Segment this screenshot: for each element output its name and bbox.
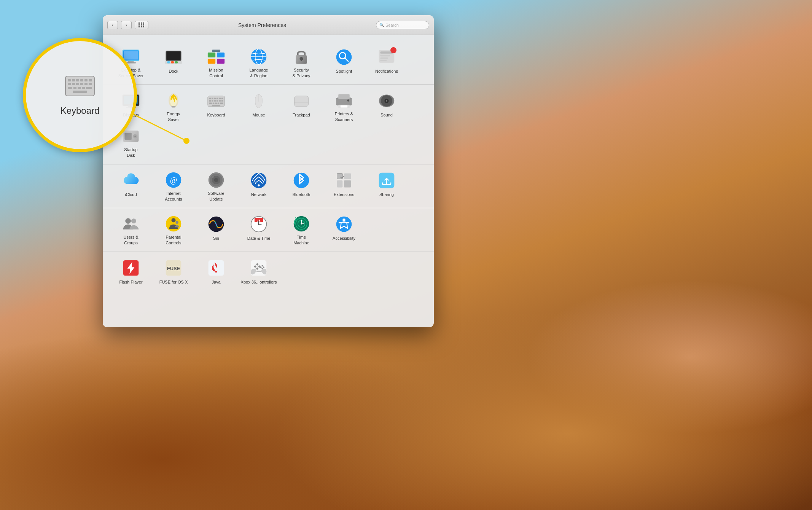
section-personal: Desktop &Screen Saver [103,41,434,85]
fuse-osx-label: FUSE for OS X [159,279,188,285]
svg-rect-37 [212,49,220,52]
keyboard-label: Keyboard [207,112,225,118]
notifications-badge [390,47,396,53]
svg-rect-66 [219,98,221,99]
pref-sound[interactable]: Sound [366,88,407,122]
flash-player-icon [121,258,141,278]
svg-rect-33 [208,53,215,57]
svg-rect-14 [73,87,76,89]
parental-controls-label: ParentalControls [166,234,182,245]
printers-scanners-icon [334,91,354,110]
system-preferences-window: ‹ › System Preferences 🔍 Search [103,15,434,327]
notifications-label: Notifications [375,69,398,74]
pref-date-time[interactable]: 18 Date & Time [238,211,279,245]
svg-rect-44 [301,59,302,61]
pref-mouse[interactable]: Mouse [238,88,279,122]
svg-line-19 [133,114,186,141]
security-privacy-label: Security& Privacy [293,67,310,78]
keyboard-icon [206,91,226,111]
svg-rect-7 [68,83,71,85]
svg-rect-0 [65,76,94,96]
pref-language-region[interactable]: Language& Region [238,44,279,78]
svg-rect-6 [89,79,92,81]
language-region-icon [249,47,269,66]
pref-trackpad[interactable]: Trackpad [281,88,322,122]
svg-rect-68 [209,100,211,102]
pref-software-update[interactable]: SoftwareUpdate [196,167,237,202]
pref-time-machine[interactable]: TimeMachine [281,211,322,245]
pref-users-groups[interactable]: Users &Groups [110,211,151,245]
svg-point-141 [256,263,259,266]
xbox-controllers-label: Xbox 36...ontrollers [241,279,277,285]
pref-flash-player[interactable]: Flash Player [110,255,151,289]
svg-rect-64 [214,98,216,99]
svg-rect-25 [124,51,138,59]
pref-notifications[interactable]: Notifications [366,44,407,78]
icloud-label: iCloud [125,192,137,197]
forward-button[interactable]: › [121,21,132,29]
back-button[interactable]: ‹ [107,21,118,29]
trackpad-icon [291,91,311,111]
svg-rect-65 [217,98,218,99]
svg-rect-24 [126,62,136,63]
svg-rect-60 [171,106,175,107]
pref-icloud[interactable]: iCloud [110,167,151,202]
pref-security-privacy[interactable]: Security& Privacy [281,44,322,78]
time-machine-label: TimeMachine [293,234,309,245]
svg-rect-13 [68,87,72,89]
time-machine-icon [291,214,311,233]
pref-siri[interactable]: Siri [196,211,237,245]
pref-accessibility[interactable]: Accessibility [323,211,365,245]
extensions-icon [334,171,354,190]
search-box[interactable]: 🔍 Search [376,21,429,29]
svg-rect-23 [128,61,134,62]
svg-rect-75 [213,103,215,104]
users-groups-label: Users &Groups [123,234,138,245]
startup-disk-label: StartupDisk [124,147,137,158]
accessibility-icon [334,214,354,234]
pref-mission-control[interactable]: MissionControl [196,44,237,78]
keyboard-annotation-label: Keyboard [61,105,100,116]
svg-rect-76 [215,103,217,104]
pref-fuse-osx[interactable]: FUSE FUSE for OS X [153,255,194,289]
spotlight-pref-icon [334,47,354,67]
mission-control-label: MissionControl [209,67,223,78]
svg-point-118 [171,218,175,222]
window-title: System Preferences [151,22,373,28]
svg-rect-67 [221,98,223,99]
svg-rect-62 [209,98,211,99]
svg-rect-32 [175,61,178,64]
software-update-icon [206,171,226,189]
pref-network[interactable]: Network [238,167,279,202]
svg-rect-12 [89,83,92,85]
svg-rect-69 [212,100,213,102]
svg-rect-16 [82,87,85,89]
pref-printers-scanners[interactable]: Printers &Scanners [323,88,365,122]
printers-scanners-label: Printers &Scanners [335,111,353,122]
svg-rect-17 [86,87,92,89]
svg-point-45 [336,49,352,65]
pref-internet-accounts[interactable]: @ InternetAccounts [153,167,194,202]
pref-spotlight[interactable]: Spotlight [323,44,365,78]
spotlight-label: Spotlight [336,69,352,74]
network-label: Network [251,192,266,197]
language-region-label: Language& Region [250,67,268,78]
pref-parental-controls[interactable]: ParentalControls [153,211,194,245]
pref-bluetooth[interactable]: Bluetooth [281,167,322,202]
grid-view-button[interactable] [135,21,148,29]
parental-controls-icon [164,214,183,233]
pref-dock[interactable]: Dock [153,44,194,78]
security-privacy-icon [291,47,311,66]
mouse-icon [249,91,269,111]
pref-xbox-controllers[interactable]: Xbox 36...ontrollers [238,255,279,289]
notifications-icon [377,47,396,67]
pref-java[interactable]: Java [196,255,237,289]
svg-rect-112 [344,180,351,187]
pref-keyboard[interactable]: Keyboard [196,88,237,122]
pref-extensions[interactable]: Extensions [323,167,365,202]
svg-rect-71 [217,100,218,102]
mouse-label: Mouse [252,112,265,118]
svg-rect-110 [344,174,351,179]
pref-sharing[interactable]: Sharing [366,167,407,202]
mission-control-icon [206,47,226,66]
